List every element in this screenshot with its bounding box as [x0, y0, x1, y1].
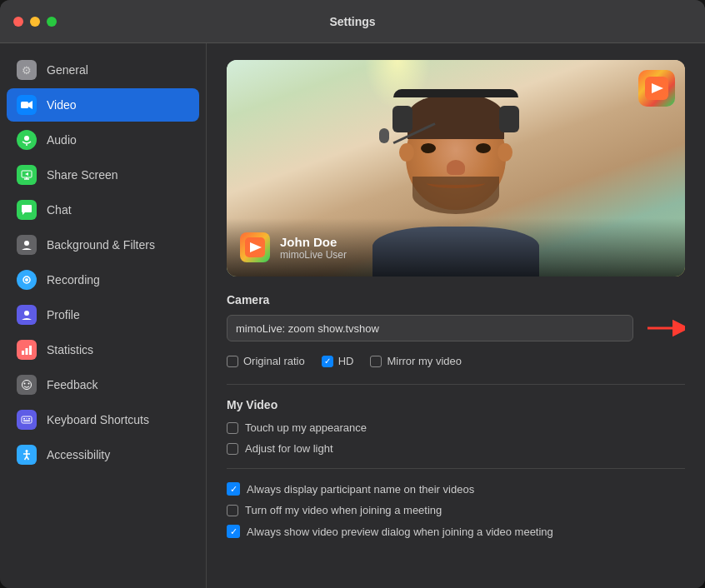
hd-label: HD: [338, 355, 354, 367]
svg-marker-9: [25, 172, 28, 176]
sidebar-item-accessibility[interactable]: Accessibility: [7, 438, 199, 471]
accessibility-icon: [17, 445, 37, 465]
always-show-preview-label: Always show video preview dialog when jo…: [247, 526, 553, 538]
general-icon: ⚙: [17, 60, 37, 80]
window-title: Settings: [329, 15, 375, 28]
adjust-low-light-checkbox[interactable]: [227, 443, 238, 455]
main-content: ⚙ General Video: [0, 43, 705, 588]
always-display-name-row: ✓ Always display participant name on the…: [227, 482, 685, 496]
camera-label: Camera: [227, 293, 685, 306]
svg-rect-22: [27, 418, 28, 420]
adjust-low-light-label: Adjust for low light: [245, 442, 333, 455]
turn-off-joining-label: Turn off my video when joining a meeting: [245, 504, 442, 516]
mirror-cb-box[interactable]: [370, 356, 382, 367]
sidebar-item-general[interactable]: ⚙ General: [7, 53, 199, 87]
my-video-section: My Video Touch up my appearance Adjust f…: [227, 398, 685, 538]
always-show-preview-checkbox[interactable]: ✓: [227, 525, 240, 538]
always-show-preview-row: ✓ Always show video preview dialog when …: [227, 525, 685, 538]
original-ratio-cb-box[interactable]: [227, 356, 238, 367]
svg-rect-24: [23, 421, 30, 422]
titlebar: Settings: [0, 0, 705, 43]
divider-2: [227, 468, 685, 469]
original-ratio-label: Original ratio: [243, 355, 305, 367]
camera-arrow-annotation: [643, 316, 685, 341]
svg-point-19: [28, 383, 30, 385]
sidebar-label-profile: Profile: [47, 308, 80, 321]
sidebar-label-audio: Audio: [47, 133, 77, 147]
original-ratio-checkbox[interactable]: Original ratio: [227, 355, 305, 367]
svg-point-12: [25, 278, 28, 282]
svg-rect-14: [22, 351, 24, 355]
touch-up-label: Touch up my appearance: [245, 421, 367, 434]
svg-point-13: [24, 311, 29, 316]
sidebar-item-sharescreen[interactable]: Share Screen: [7, 158, 199, 192]
video-preview: John Doe mimoLive User: [227, 60, 685, 277]
divider-1: [227, 384, 685, 385]
sidebar-label-feedback: Feedback: [47, 378, 98, 391]
svg-rect-20: [22, 416, 32, 423]
svg-point-18: [24, 383, 26, 385]
preview-overlay: John Doe mimoLive User: [227, 218, 685, 277]
sidebar: ⚙ General Video: [0, 43, 207, 588]
sidebar-item-recording[interactable]: Recording: [7, 263, 199, 296]
sidebar-label-general: General: [47, 63, 88, 77]
svg-point-17: [22, 381, 32, 390]
preview-subtitle: mimoLive User: [280, 249, 347, 261]
mirror-checkbox[interactable]: Mirror my video: [370, 355, 462, 367]
sidebar-item-audio[interactable]: Audio: [7, 123, 199, 157]
sidebar-item-feedback[interactable]: Feedback: [7, 368, 199, 401]
statistics-icon: [17, 340, 37, 360]
settings-window: Settings ⚙ General Video: [0, 0, 705, 588]
always-display-name-checkbox[interactable]: ✓: [227, 482, 240, 496]
preview-avatar: [240, 232, 270, 262]
profile-icon: [17, 305, 37, 325]
always-display-name-label: Always display participant name on their…: [247, 483, 474, 496]
svg-rect-23: [28, 418, 30, 420]
sidebar-item-video[interactable]: Video: [7, 88, 199, 122]
sidebar-item-keyboard[interactable]: Keyboard Shortcuts: [7, 403, 199, 436]
touch-up-checkbox[interactable]: [227, 422, 238, 434]
sidebar-label-video: Video: [47, 98, 77, 112]
turn-off-joining-checkbox[interactable]: [227, 505, 238, 516]
camera-section: Camera mimoLive: zoom show.tvshow: [227, 293, 685, 367]
touch-up-row: Touch up my appearance: [227, 421, 685, 434]
svg-point-4: [24, 136, 29, 141]
preview-logo: [638, 70, 675, 107]
always-display-check-mark: ✓: [230, 484, 238, 495]
always-show-preview-check-mark: ✓: [230, 526, 238, 537]
sidebar-label-accessibility: Accessibility: [47, 448, 110, 461]
hd-cb-box[interactable]: ✓: [322, 356, 333, 367]
maximize-button[interactable]: [47, 17, 57, 27]
content-area: John Doe mimoLive User Camera mimoLive: …: [207, 43, 705, 588]
adjust-low-light-row: Adjust for low light: [227, 442, 685, 455]
sidebar-item-bgfilters[interactable]: Background & Filters: [7, 228, 199, 262]
mirror-label: Mirror my video: [387, 355, 462, 367]
feedback-icon: [17, 375, 37, 395]
svg-point-10: [24, 241, 29, 246]
svg-line-29: [27, 456, 29, 460]
sharescreen-icon: [17, 165, 37, 185]
sidebar-label-sharescreen: Share Screen: [47, 168, 118, 182]
audio-icon: [17, 130, 37, 150]
close-button[interactable]: [13, 17, 23, 27]
sidebar-item-statistics[interactable]: Statistics: [7, 333, 199, 366]
sidebar-label-chat: Chat: [47, 203, 72, 217]
camera-select[interactable]: mimoLive: zoom show.tvshow: [227, 315, 633, 341]
minimize-button[interactable]: [30, 17, 40, 27]
sidebar-label-bgfilters: Background & Filters: [47, 238, 155, 252]
preview-name: John Doe: [280, 235, 347, 249]
preview-user-info: John Doe mimoLive User: [280, 235, 347, 261]
chat-icon: [17, 200, 37, 220]
sidebar-item-profile[interactable]: Profile: [7, 298, 199, 331]
turn-off-joining-row: Turn off my video when joining a meeting: [227, 504, 685, 516]
bgfilters-icon: [17, 235, 37, 255]
svg-rect-21: [23, 418, 25, 420]
svg-marker-1: [28, 101, 32, 109]
svg-point-25: [26, 450, 28, 452]
my-video-label: My Video: [227, 398, 685, 411]
sidebar-item-chat[interactable]: Chat: [7, 193, 199, 227]
hd-checkbox[interactable]: ✓ HD: [322, 355, 354, 367]
svg-rect-15: [26, 348, 28, 355]
sidebar-label-keyboard: Keyboard Shortcuts: [47, 413, 149, 426]
camera-row: mimoLive: zoom show.tvshow: [227, 315, 685, 341]
